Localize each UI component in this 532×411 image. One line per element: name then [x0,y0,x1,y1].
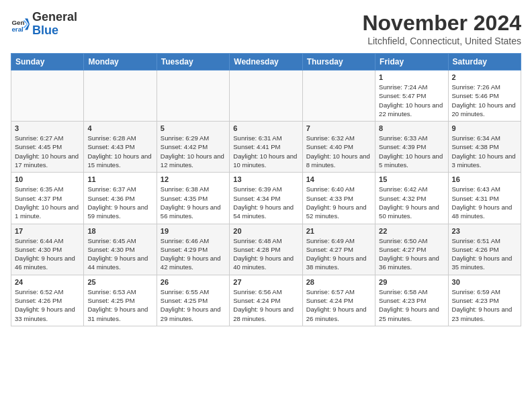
calendar-cell: 6Sunrise: 6:31 AM Sunset: 4:41 PM Daylig… [230,122,302,173]
month-title: November 2024 [362,11,521,36]
day-number: 9 [452,124,517,132]
calendar-cell: 29Sunrise: 6:58 AM Sunset: 4:23 PM Dayli… [375,275,448,326]
calendar-week-row: 24Sunrise: 6:52 AM Sunset: 4:26 PM Dayli… [11,275,521,326]
calendar-cell: 18Sunrise: 6:45 AM Sunset: 4:30 PM Dayli… [84,224,157,275]
logo-icon: Gen eral [11,15,30,34]
cell-content: Sunrise: 6:39 AM Sunset: 4:34 PM Dayligh… [233,185,294,220]
day-number: 11 [87,175,152,183]
day-of-week-header: Saturday [448,54,521,71]
calendar-cell: 13Sunrise: 6:39 AM Sunset: 4:34 PM Dayli… [230,173,302,224]
calendar-cell: 8Sunrise: 6:33 AM Sunset: 4:39 PM Daylig… [375,122,448,173]
day-number: 19 [161,227,226,235]
calendar-cell: 1Sunrise: 7:24 AM Sunset: 5:47 PM Daylig… [375,71,448,122]
cell-content: Sunrise: 6:29 AM Sunset: 4:42 PM Dayligh… [161,134,224,169]
calendar-cell: 22Sunrise: 6:50 AM Sunset: 4:27 PM Dayli… [375,224,448,275]
calendar-cell: 17Sunrise: 6:44 AM Sunset: 4:30 PM Dayli… [11,224,84,275]
day-of-week-header: Thursday [302,54,375,71]
logo-blue-text: Blue [32,24,58,37]
day-number: 28 [306,278,371,286]
cell-content: Sunrise: 7:26 AM Sunset: 5:46 PM Dayligh… [452,83,516,118]
day-number: 5 [161,124,226,132]
calendar-cell: 10Sunrise: 6:35 AM Sunset: 4:37 PM Dayli… [11,173,84,224]
day-number: 2 [452,73,517,81]
cell-content: Sunrise: 6:57 AM Sunset: 4:24 PM Dayligh… [306,288,367,322]
cell-content: Sunrise: 6:50 AM Sunset: 4:27 PM Dayligh… [379,237,439,271]
calendar-cell: 27Sunrise: 6:56 AM Sunset: 4:24 PM Dayli… [230,275,302,326]
header: Gen eral General Blue November 2024 Litc… [11,11,521,46]
day-number: 16 [452,175,517,183]
day-number: 7 [306,124,371,132]
cell-content: Sunrise: 6:35 AM Sunset: 4:37 PM Dayligh… [15,185,79,220]
calendar-week-row: 10Sunrise: 6:35 AM Sunset: 4:37 PM Dayli… [11,173,521,224]
calendar-cell: 2Sunrise: 7:26 AM Sunset: 5:46 PM Daylig… [448,71,521,122]
cell-content: Sunrise: 7:24 AM Sunset: 5:47 PM Dayligh… [379,83,443,118]
cell-content: Sunrise: 6:52 AM Sunset: 4:26 PM Dayligh… [15,288,75,322]
cell-content: Sunrise: 6:55 AM Sunset: 4:25 PM Dayligh… [161,288,221,322]
cell-content: Sunrise: 6:33 AM Sunset: 4:39 PM Dayligh… [379,134,443,169]
cell-content: Sunrise: 6:31 AM Sunset: 4:41 PM Dayligh… [233,134,297,169]
day-of-week-header: Wednesday [230,54,302,71]
calendar-cell: 19Sunrise: 6:46 AM Sunset: 4:29 PM Dayli… [157,224,229,275]
calendar-cell: 30Sunrise: 6:59 AM Sunset: 4:23 PM Dayli… [448,275,521,326]
cell-content: Sunrise: 6:27 AM Sunset: 4:45 PM Dayligh… [15,134,79,169]
calendar-cell [302,71,375,122]
day-number: 10 [15,175,80,183]
day-of-week-header: Tuesday [157,54,229,71]
title-area: November 2024 Litchfield, Connecticut, U… [362,11,521,46]
cell-content: Sunrise: 6:40 AM Sunset: 4:33 PM Dayligh… [306,185,367,220]
calendar-cell: 16Sunrise: 6:43 AM Sunset: 4:31 PM Dayli… [448,173,521,224]
day-number: 26 [161,278,226,286]
day-number: 20 [233,227,298,235]
day-of-week-header: Sunday [11,54,84,71]
cell-content: Sunrise: 6:46 AM Sunset: 4:29 PM Dayligh… [161,237,221,271]
cell-content: Sunrise: 6:59 AM Sunset: 4:23 PM Dayligh… [452,288,513,322]
calendar-cell [84,71,157,122]
day-of-week-header: Friday [375,54,448,71]
header-row: SundayMondayTuesdayWednesdayThursdayFrid… [11,54,521,71]
day-number: 25 [87,278,152,286]
calendar-cell: 24Sunrise: 6:52 AM Sunset: 4:26 PM Dayli… [11,275,84,326]
calendar-cell: 15Sunrise: 6:42 AM Sunset: 4:32 PM Dayli… [375,173,448,224]
calendar-cell: 7Sunrise: 6:32 AM Sunset: 4:40 PM Daylig… [302,122,375,173]
day-number: 21 [306,227,371,235]
calendar-cell: 23Sunrise: 6:51 AM Sunset: 4:26 PM Dayli… [448,224,521,275]
calendar-cell: 26Sunrise: 6:55 AM Sunset: 4:25 PM Dayli… [157,275,229,326]
calendar-header: SundayMondayTuesdayWednesdayThursdayFrid… [11,54,521,71]
day-number: 14 [306,175,371,183]
calendar-week-row: 17Sunrise: 6:44 AM Sunset: 4:30 PM Dayli… [11,224,521,275]
cell-content: Sunrise: 6:28 AM Sunset: 4:43 PM Dayligh… [87,134,151,169]
calendar-cell [157,71,229,122]
day-number: 3 [15,124,80,132]
day-of-week-header: Monday [84,54,157,71]
day-number: 18 [87,227,152,235]
cell-content: Sunrise: 6:37 AM Sunset: 4:36 PM Dayligh… [87,185,148,220]
day-number: 30 [452,278,517,286]
calendar-cell: 12Sunrise: 6:38 AM Sunset: 4:35 PM Dayli… [157,173,229,224]
calendar-cell: 4Sunrise: 6:28 AM Sunset: 4:43 PM Daylig… [84,122,157,173]
day-number: 27 [233,278,298,286]
calendar-cell: 9Sunrise: 6:34 AM Sunset: 4:38 PM Daylig… [448,122,521,173]
calendar-cell: 14Sunrise: 6:40 AM Sunset: 4:33 PM Dayli… [302,173,375,224]
day-number: 22 [379,227,444,235]
cell-content: Sunrise: 6:44 AM Sunset: 4:30 PM Dayligh… [15,237,75,271]
day-number: 17 [15,227,80,235]
day-number: 1 [379,73,444,81]
cell-content: Sunrise: 6:48 AM Sunset: 4:28 PM Dayligh… [233,237,294,271]
cell-content: Sunrise: 6:32 AM Sunset: 4:40 PM Dayligh… [306,134,370,169]
cell-content: Sunrise: 6:45 AM Sunset: 4:30 PM Dayligh… [87,237,148,271]
day-number: 6 [233,124,298,132]
cell-content: Sunrise: 6:56 AM Sunset: 4:24 PM Dayligh… [233,288,294,322]
location: Litchfield, Connecticut, United States [362,36,521,46]
calendar-week-row: 3Sunrise: 6:27 AM Sunset: 4:45 PM Daylig… [11,122,521,173]
day-number: 23 [452,227,517,235]
day-number: 13 [233,175,298,183]
cell-content: Sunrise: 6:58 AM Sunset: 4:23 PM Dayligh… [379,288,439,322]
cell-content: Sunrise: 6:53 AM Sunset: 4:25 PM Dayligh… [87,288,148,322]
calendar-cell [230,71,302,122]
svg-text:eral: eral [11,25,24,32]
day-number: 8 [379,124,444,132]
cell-content: Sunrise: 6:43 AM Sunset: 4:31 PM Dayligh… [452,185,513,220]
calendar-cell: 5Sunrise: 6:29 AM Sunset: 4:42 PM Daylig… [157,122,229,173]
cell-content: Sunrise: 6:42 AM Sunset: 4:32 PM Dayligh… [379,185,439,220]
calendar-cell: 20Sunrise: 6:48 AM Sunset: 4:28 PM Dayli… [230,224,302,275]
